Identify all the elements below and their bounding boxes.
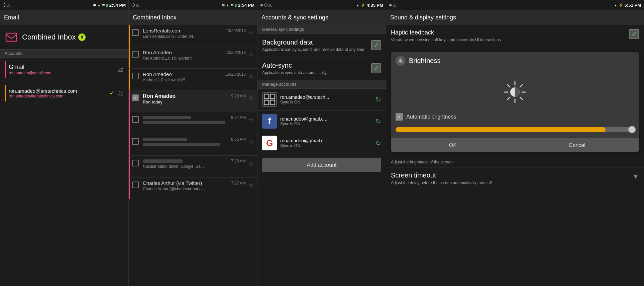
email-date-7: 7:27 AM <box>231 181 246 186</box>
haptic-text: Haptic feedback Vibrate when pressing so… <box>391 29 626 43</box>
star-icon-0[interactable]: ☆ <box>248 29 254 37</box>
brightness-slider-track[interactable] <box>396 127 634 132</box>
haptic-checkbox[interactable] <box>629 29 639 39</box>
sync-account-fb[interactable]: f ronamadeo@gmail.c... Sync is ON ↻ <box>257 111 386 132</box>
email-sender-7: Charles Arthur (via Twitter) <box>143 180 202 186</box>
app-title-combined: Combined Inbox <box>133 14 177 21</box>
arst-sync-icon[interactable]: ↻ <box>375 95 381 103</box>
add-account-button[interactable]: Add account <box>262 158 381 172</box>
app-bar-sound-display: Sound & display settings <box>386 10 644 25</box>
redacted-preview-5 <box>143 143 220 146</box>
dialog-ok-button[interactable]: OK <box>391 138 515 152</box>
time-display-1: 2:54 PM <box>109 3 126 8</box>
email-checkbox-0[interactable] <box>132 29 139 36</box>
email-item-2[interactable]: Ron Amadeo 10/26/2013 Android 1.0 still … <box>129 69 257 90</box>
app-bar-email: Email <box>0 10 128 25</box>
email-checkbox-6[interactable] <box>132 160 139 166</box>
arst-sync-status: Sync is ON <box>280 100 372 104</box>
star-icon-7[interactable]: ☆ <box>248 182 254 189</box>
arst-account-info: ron.amadeo@arstech... Sync is ON <box>280 94 372 104</box>
email-checkbox-3[interactable] <box>132 94 139 101</box>
status-bar-1: ⬡ △ ⊕ ▲ ≋ ▮ 2:54 PM <box>0 0 128 10</box>
fb-sync-status: Sync is ON <box>280 122 372 126</box>
battery-charging-icon-3: ⚡ <box>361 3 365 7</box>
account-info-arst: ron.amadeo@arstechnica.com ron.amadeo@ar… <box>9 88 107 98</box>
account-name-gmail: Gmail <box>9 64 114 71</box>
brightness-slider-thumb[interactable] <box>628 126 636 133</box>
email-checkbox-2[interactable] <box>132 73 139 79</box>
email-preview-7: Charles Arthur (@charlesarthur) ... <box>143 187 246 191</box>
email-header-2: Ron Amadeo 10/26/2013 <box>143 71 246 77</box>
account-email-arst: ron.amadeo@arstechnica.com <box>9 94 107 98</box>
sync-account-arst[interactable]: ron.amadeo@arstech... Sync is ON ↻ <box>257 89 386 111</box>
email-item-3[interactable]: Ron Amadeo 9:29 AM Ron today ☆ <box>129 90 257 112</box>
dialog-title-text: Brightness <box>409 57 441 65</box>
email-checkbox-1[interactable] <box>132 51 139 58</box>
usb-icon-4: ⊕ <box>389 3 392 7</box>
email-checkbox-4[interactable] <box>132 116 139 123</box>
email-body-0: LensRentals.com 10/29/2013 LensRentals.c… <box>143 28 246 39</box>
dialog-cancel-button[interactable]: Cancel <box>515 138 639 152</box>
account-item-gmail[interactable]: Gmail ronamadeo@gmail.com 🗂 <box>0 58 128 81</box>
orange-accent-1 <box>129 47 130 68</box>
account-item-arst[interactable]: ron.amadeo@arstechnica.com ron.amadeo@ar… <box>0 81 128 105</box>
signal-icon-1: ▲ <box>97 3 101 7</box>
auto-brightness-label: Automatic brightness <box>406 114 456 120</box>
orange-accent-2 <box>129 69 130 90</box>
status-icons-left-1: ⬡ △ <box>3 3 10 7</box>
email-checkbox-7[interactable] <box>132 182 139 188</box>
pink-accent-4 <box>129 112 130 134</box>
signal-icon-3: ▲ <box>356 3 359 7</box>
background-data-item[interactable]: Background data Applications can sync, s… <box>257 34 386 57</box>
auto-sync-desc: Applications sync data automatically <box>262 70 368 75</box>
dropdown-chevron-icon[interactable]: ▼ <box>632 173 639 181</box>
email-item-5[interactable]: 8:55 AM ☆ <box>129 134 257 156</box>
inbox-title-label: Combined Inbox 9 <box>22 33 86 42</box>
email-header-0: LensRentals.com 10/29/2013 <box>143 28 246 33</box>
haptic-feedback-item[interactable]: Haptic feedback Vibrate when pressing so… <box>386 25 644 47</box>
usb-icon-3: ⊕ <box>260 3 263 7</box>
email-body-7: Charles Arthur (via Twitter) 7:27 AM Cha… <box>143 180 246 191</box>
status-time-3: ▲ ⚡ 4:35 PM <box>356 3 383 8</box>
email-item-4[interactable]: 9:24 AM ☆ <box>129 112 257 134</box>
star-icon-2[interactable]: ☆ <box>248 73 254 80</box>
manage-accounts-label: Manage accounts <box>257 80 386 89</box>
email-body-1: Ron Amadeo 10/26/2013 Re: Android 1.0 st… <box>143 50 246 61</box>
fb-sync-icon[interactable]: ↻ <box>375 117 381 125</box>
wifi-icon-2: ≋ <box>231 3 233 7</box>
app-title-sync: Accounts & sync settings <box>261 14 328 21</box>
auto-brightness-row[interactable]: Automatic brightness <box>396 111 634 123</box>
google-sync-status: Sync is ON <box>280 143 372 148</box>
star-icon-5[interactable]: ☆ <box>248 138 254 145</box>
screen-timeout-item[interactable]: Screen timeout Adjust the delay before t… <box>386 167 644 190</box>
folder-icon-gmail[interactable]: 🗂 <box>117 66 124 73</box>
svg-point-6 <box>399 59 402 63</box>
auto-sync-item[interactable]: Auto-sync Applications sync data automat… <box>257 57 386 80</box>
panel-combined-inbox: ⬡ △ ⊕ ▲ ≋ ▮ 2:54 PM Combined Inbox LensR… <box>129 0 257 286</box>
sync-account-google[interactable]: G ronamadeo@gmail.c... Sync is ON ↻ <box>257 132 386 154</box>
email-item-0[interactable]: LensRentals.com 10/29/2013 LensRentals.c… <box>129 25 257 47</box>
email-date-4: 9:24 AM <box>231 115 246 120</box>
account-color-arst <box>5 85 6 101</box>
email-body-4: 9:24 AM <box>143 115 246 125</box>
star-icon-1[interactable]: ☆ <box>248 51 254 58</box>
email-item-1[interactable]: Ron Amadeo 10/26/2013 Re: Android 1.0 st… <box>129 47 257 69</box>
email-checkbox-5[interactable] <box>132 138 139 145</box>
star-icon-3[interactable]: ☆ <box>248 94 254 102</box>
star-icon-4[interactable]: ☆ <box>248 116 254 124</box>
background-data-checkbox[interactable] <box>371 40 381 50</box>
adjust-brightness-note: Adjust the brightness of the screen <box>386 157 644 167</box>
email-item-7[interactable]: Charles Arthur (via Twitter) 7:27 AM Cha… <box>129 177 257 199</box>
folder-icon-arst[interactable]: 🗂 <box>117 89 124 97</box>
auto-brightness-checkbox[interactable] <box>396 113 403 121</box>
svg-line-16 <box>508 97 510 99</box>
email-header-4: 9:24 AM <box>143 115 246 120</box>
email-item-6[interactable]: 7:28 AM Nuclear stand down: Google, Sa..… <box>129 156 257 177</box>
star-icon-6[interactable]: ☆ <box>248 160 254 167</box>
status-time-4: ▲ ⚡ 6:51 PM <box>614 3 641 8</box>
auto-sync-checkbox[interactable] <box>371 63 381 73</box>
fb-account-name: ronamadeo@gmail.c... <box>280 116 372 122</box>
signal-icon-2: ▲ <box>226 3 229 7</box>
google-sync-icon[interactable]: ↻ <box>375 139 381 147</box>
pink-accent-5 <box>129 134 130 155</box>
